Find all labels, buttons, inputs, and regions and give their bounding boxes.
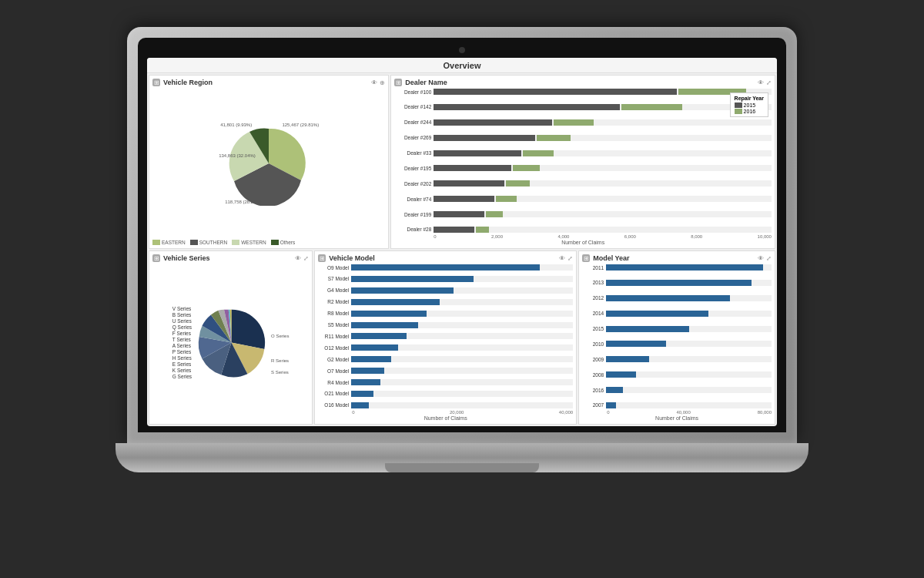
legend-color-2015 — [735, 102, 742, 108]
vehicle-model-header: ⊞ Vehicle Model 👁 ⤢ — [318, 254, 573, 262]
year-row-3: 2014 — [582, 311, 772, 317]
model-row-5: S5 Model — [318, 322, 573, 328]
legend-2015: 2015 — [735, 102, 764, 108]
model-row-6: R11 Model — [318, 333, 573, 339]
eye-icon[interactable]: 👁 — [371, 79, 377, 86]
model-row-3: R2 Model — [318, 299, 573, 305]
year-xaxis: 0 40,000 80,000 — [582, 410, 772, 415]
model-xlabel: Number of Claims — [318, 415, 573, 421]
model-year-panel: ⊞ Model Year 👁 ⤢ 2011 — [578, 250, 775, 425]
model-row-1: S7 Model — [318, 276, 573, 282]
laptop-base — [116, 443, 808, 472]
year-row-7: 2008 — [582, 371, 772, 378]
vehicle-model-bars: O9 Model S7 Model G4 Model — [318, 264, 573, 408]
vehicle-model-panel: ⊞ Vehicle Model 👁 ⤢ O9 Model — [314, 250, 577, 425]
model-row-12: O16 Model — [318, 402, 573, 408]
legend-others: Others — [271, 240, 296, 245]
model-row-9: O7 Model — [318, 368, 573, 374]
expand-icon-series[interactable]: ⤢ — [303, 255, 309, 262]
dealer-xlabel: Number of Claims — [394, 240, 772, 245]
dealer-row-3: Dealer #269 — [394, 135, 772, 141]
model-row-7: O12 Model — [318, 344, 573, 351]
year-row-2: 2012 — [582, 295, 772, 301]
label-eastern: 125,467 (29.81%) — [282, 123, 319, 127]
panel-icon-model: ⊞ — [318, 254, 326, 262]
legend-western: WESTERN — [232, 240, 266, 245]
dealer-row-5: Dealer #195 — [394, 165, 772, 171]
panel-icon-year: ⊞ — [582, 254, 590, 262]
expand-icon[interactable]: ⊕ — [380, 79, 385, 86]
vehicle-series-svg — [195, 306, 268, 379]
dealer-name-header: ⊞ Dealer Name 👁 ⤢ — [394, 79, 772, 86]
model-xaxis: 0 20,000 40,000 — [318, 410, 573, 415]
dealer-row-6: Dealer #202 — [394, 180, 772, 187]
year-xlabel: Number of Claims — [582, 415, 772, 421]
vehicle-region-chart: 41,801 (9.93%) 125,467 (29.81%) 134,863 … — [152, 89, 385, 238]
vehicle-series-title: Vehicle Series — [163, 254, 295, 262]
model-year-title: Model Year — [593, 254, 758, 262]
dealer-row-4: Dealer #33 — [394, 150, 772, 156]
model-year-bars: 2011 2013 2012 — [582, 264, 772, 408]
legend-color-2016 — [735, 109, 742, 114]
legend-color-eastern — [152, 240, 160, 245]
laptop: Overview ⊞ Vehicle Region 👁 ⊕ — [116, 27, 808, 551]
model-row-8: G2 Model — [318, 356, 573, 362]
dashboard-title: Overview — [147, 58, 777, 73]
dealer-row-9: Dealer #28 — [394, 227, 772, 233]
dealer-bar-chart: Dealer #100 Dealer #142 — [394, 89, 772, 233]
model-row-10: R4 Model — [318, 379, 573, 385]
expand-icon-year[interactable]: ⤢ — [766, 255, 772, 262]
laptop-lid: Overview ⊞ Vehicle Region 👁 ⊕ — [127, 27, 797, 443]
dashboard: Overview ⊞ Vehicle Region 👁 ⊕ — [147, 58, 777, 426]
camera-dot — [459, 47, 465, 53]
expand-icon-dealer[interactable]: ⤢ — [766, 79, 772, 86]
dealer-row-1: Dealer #142 — [394, 104, 772, 110]
dealer-name-panel: ⊞ Dealer Name 👁 ⤢ Repair Year — [390, 75, 775, 249]
vehicle-region-panel: ⊞ Vehicle Region 👁 ⊕ — [149, 75, 389, 249]
year-row-0: 2011 — [582, 264, 772, 271]
vehicle-series-panel: ⊞ Vehicle Series 👁 ⤢ V Series — [149, 250, 313, 425]
expand-icon-model[interactable]: ⤢ — [567, 255, 573, 262]
dealer-xaxis: 0 2,000 4,000 6,000 8,000 10,000 — [394, 234, 772, 239]
legend-2016: 2016 — [735, 109, 764, 114]
panel-icon: ⊞ — [152, 79, 160, 86]
legend-color-others — [271, 240, 279, 245]
eye-icon-dealer[interactable]: 👁 — [758, 79, 764, 86]
model-row-0: O9 Model — [318, 264, 573, 271]
model-row-4: R8 Model — [318, 311, 573, 317]
dealer-row-0: Dealer #100 — [394, 89, 772, 95]
model-row-2: G4 Model — [318, 287, 573, 294]
vehicle-region-header: ⊞ Vehicle Region 👁 ⊕ — [152, 79, 385, 86]
screen: Overview ⊞ Vehicle Region 👁 ⊕ — [147, 58, 777, 426]
eye-icon-model[interactable]: 👁 — [559, 255, 565, 262]
panel-icon-dealer: ⊞ — [394, 79, 402, 86]
vehicle-model-title: Vehicle Model — [329, 254, 559, 262]
vehicle-series-chart: V Series B Series U Series Q Series F Se… — [152, 264, 309, 421]
year-row-5: 2010 — [582, 341, 772, 347]
label-others: 41,801 (9.93%) — [220, 123, 252, 127]
legend-color-western — [232, 240, 239, 245]
vehicle-series-header: ⊞ Vehicle Series 👁 ⤢ — [152, 254, 309, 262]
year-row-6: 2009 — [582, 356, 772, 362]
dealer-name-title: Dealer Name — [405, 79, 758, 86]
model-year-header: ⊞ Model Year 👁 ⤢ — [582, 254, 772, 262]
year-row-4: 2015 — [582, 326, 772, 332]
dealer-row-8: Dealer #199 — [394, 211, 772, 217]
vehicle-region-legend: EASTERN SOUTHERN WESTERN — [152, 240, 385, 245]
series-labels-right: O Series R Series S Series — [271, 311, 289, 375]
vehicle-region-svg — [219, 121, 319, 206]
repair-year-legend-title: Repair Year — [735, 96, 764, 101]
dealer-row-2: Dealer #244 — [394, 119, 772, 126]
label-southern: 134,863 (32.04%) — [219, 153, 256, 158]
repair-year-legend: Repair Year 2015 2016 — [730, 92, 768, 117]
dealer-row-7: Dealer #74 — [394, 196, 772, 202]
label-western: 118,758 (28.22%) — [225, 200, 262, 204]
eye-icon-series[interactable]: 👁 — [295, 255, 301, 262]
legend-eastern: EASTERN — [152, 240, 186, 245]
vehicle-region-title: Vehicle Region — [163, 79, 371, 86]
year-row-1: 2013 — [582, 280, 772, 286]
legend-color-southern — [190, 240, 198, 245]
eye-icon-year[interactable]: 👁 — [758, 255, 764, 262]
legend-southern: SOUTHERN — [190, 240, 227, 245]
year-row-9: 2007 — [582, 402, 772, 408]
